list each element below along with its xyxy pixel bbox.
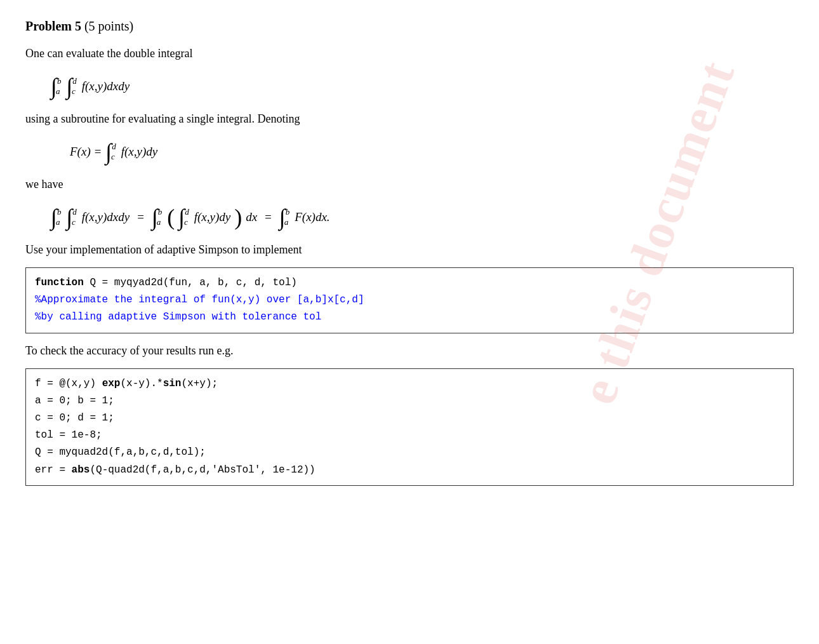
code-block-function: function Q = myqyad2d(fun, a, b, c, d, t… [25, 267, 794, 333]
full-equality-formula: ∫ b a ∫ d c f(x,y)dxdy = ∫ b a ( ∫ d c f… [51, 206, 794, 229]
intro-text: One can evaluate the double integral [25, 45, 794, 62]
code-comment-1: %Approximate the integral of fun(x,y) ov… [35, 294, 364, 305]
fx-formula: F(x) = ∫ d c f(x,y)dy [70, 140, 794, 163]
code-comment-2: %by calling adaptive Simpson with tolera… [35, 311, 321, 323]
code-keyword-function: function [35, 277, 84, 288]
code-block-example: f = @(x,y) exp(x-y).*sin(x+y); a = 0; b … [25, 368, 794, 486]
subroutine-text: using a subroutine for evaluating a sing… [25, 111, 794, 128]
problem-number: Problem 5 [25, 19, 81, 33]
integrand-fxydxdy: f(x,y)dxdy [82, 79, 130, 93]
first-integral: ∫ b a [51, 75, 62, 98]
problem-title: Problem 5 (5 points) [25, 19, 794, 34]
double-integral-formula: ∫ b a ∫ d c f(x,y)dxdy [51, 75, 794, 98]
problem-points: (5 points) [84, 19, 133, 33]
use-text: Use your implementation of adaptive Simp… [25, 241, 794, 258]
fx-integral: ∫ d c [105, 140, 117, 163]
check-text: To check the accuracy of your results ru… [25, 342, 794, 359]
integrand-fxydy: f(x,y)dy [121, 145, 158, 159]
second-integral: ∫ d c [66, 75, 77, 98]
code-function-signature: Q = myqyad2d(fun, a, b, c, d, tol) [84, 277, 297, 288]
wehave-text: we have [25, 176, 794, 193]
